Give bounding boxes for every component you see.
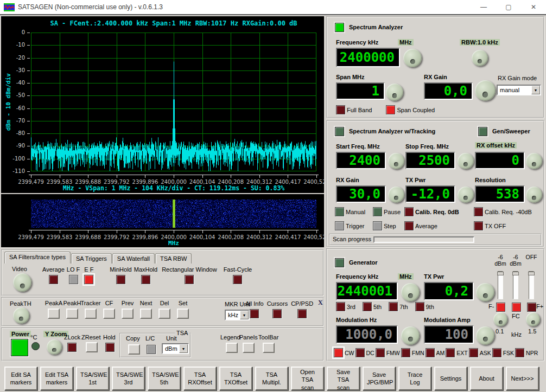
start-freq-display[interactable]: 2400 [336,152,386,169]
peak-threshold-knob[interactable] [13,307,29,324]
rx-offset-knob[interactable] [526,153,542,169]
lo-f-checkbox[interactable] [69,275,78,284]
calib-req-0db-checkbox[interactable] [404,207,414,216]
del-button[interactable] [158,309,170,319]
button-edit-sa-markers[interactable]: Edit SA markers [4,367,37,390]
maxhold-checkbox[interactable] [141,275,150,284]
pause-checkbox[interactable] [373,207,382,216]
tracking-rx-gain-display[interactable]: 30,0 [336,185,386,203]
tx-off-checkbox[interactable] [474,221,483,230]
option-dc[interactable]: DC [355,348,374,357]
option-maxhold[interactable]: MaxHold [134,266,157,284]
zlock-checkbox[interactable] [67,343,77,352]
button-save-tsa-scan[interactable]: Save TSA scan [327,367,360,390]
video-filter-knob[interactable] [13,273,31,292]
option-span-coupled[interactable]: Span Coupled [386,105,435,114]
option-lo-f[interactable]: LO F [67,266,80,284]
button-save-jpg-bmp[interactable]: Save JPG/BMP [363,367,396,390]
option-full-band[interactable]: Full Band [336,105,372,114]
button-tsa-swe-5th[interactable]: TSA/SWE 5th [148,367,181,390]
lc-checkbox[interactable] [147,345,156,354]
minimize-icon[interactable]: — [471,0,496,14]
e-f-checkbox[interactable] [84,275,93,284]
button-next[interactable]: Next>>> [506,367,539,390]
stop-freq-display[interactable]: 2500 [405,152,455,169]
fast-cycle-checkbox[interactable] [233,275,242,284]
tracking-tx-pwr-knob[interactable] [458,187,474,203]
button-tsa-rxoffset[interactable]: TSA RXOffset [183,367,217,390]
option-calib-req-0db[interactable]: Calib. Req. 0dB [404,207,474,216]
option-npr[interactable]: NPR [515,348,538,357]
tab-sa-triggers[interactable]: SA Triggers [71,253,112,264]
set-button[interactable] [177,309,189,319]
copy-button[interactable] [128,344,140,355]
5th-checkbox[interactable] [363,302,372,311]
prev-button[interactable] [122,309,134,319]
modulation-amp-display[interactable]: 100 [424,325,474,344]
tab-sa-waterfall[interactable]: SA Waterfall [112,253,155,264]
gen-sweeper-led[interactable] [478,127,487,136]
step-up-knob[interactable] [526,312,540,326]
zreset-button[interactable] [86,342,98,352]
option-trigger[interactable]: Trigger [335,221,373,230]
option-calib-req-40db[interactable]: Calib. Req. -40dB [474,207,542,216]
chevron-down-icon[interactable]: ▼ [531,86,540,94]
option-all-info[interactable]: All Info [245,300,264,318]
tracker-button[interactable] [85,309,97,319]
toolbar-button[interactable] [263,343,275,353]
gen-tx-pwr-knob[interactable] [476,283,494,301]
am-checkbox[interactable] [426,348,435,357]
f-plus-checkbox[interactable] [527,303,536,312]
option-7th[interactable]: 7th [389,302,408,311]
cf-button[interactable] [103,309,115,319]
gen-tx-pwr-display[interactable]: 0,2 [424,282,474,300]
step-checkbox[interactable] [373,221,382,230]
button-tsa-multipl[interactable]: TSA Multipl. [255,367,288,390]
gen-frequency-unit-button[interactable]: MHz [398,273,414,280]
option-step[interactable]: Step [373,221,404,230]
rx-offset-display[interactable]: 0 [475,152,525,169]
option-cp-psd[interactable]: CP/PSD [291,300,313,318]
button-tsa-swe-1st[interactable]: TSA/SWE 1st [76,367,109,390]
button-edit-tsa-markers[interactable]: Edit TSA markers [40,367,73,390]
panel-close-icon[interactable]: X [318,299,323,307]
legend-button[interactable] [226,343,238,353]
option-3rd[interactable]: 3rd [336,302,355,311]
3rd-checkbox[interactable] [336,302,345,311]
button-about[interactable]: About [470,367,503,390]
option-ext[interactable]: EXT [446,348,467,357]
option-am[interactable]: AM [426,348,445,357]
fmn-checkbox[interactable] [401,348,410,357]
minhold-checkbox[interactable] [116,275,125,284]
rx-gain-mode-select[interactable]: manual ▼ [497,85,541,95]
chevron-down-icon[interactable]: ▼ [179,344,188,353]
dc-checkbox[interactable] [355,348,365,357]
option-average[interactable]: Average [404,221,474,230]
frequency-unit-button[interactable]: MHz [398,39,414,46]
option-fast-cycle[interactable]: Fast-Cycle [224,266,252,284]
average-checkbox[interactable] [49,275,58,284]
option-5th[interactable]: 5th [363,302,382,311]
cp-psd-checkbox[interactable] [297,309,307,318]
peakh-button[interactable] [66,309,78,319]
tab-sa-filters-trace-types[interactable]: SA Filters/trace types [4,252,71,264]
tab-tsa-rbw[interactable]: TSA RBW [155,253,192,264]
ask-checkbox[interactable] [469,348,478,357]
stop-freq-knob[interactable] [458,153,474,169]
button-tsa-swe-3rd[interactable]: TSA/SWE 3rd [112,367,145,390]
option-pause[interactable]: Pause [373,207,404,216]
next-button[interactable] [140,309,152,319]
tracking-led[interactable] [335,127,344,136]
maximize-icon[interactable]: ▢ [496,0,521,14]
option-tx-off[interactable]: TX OFF [474,221,542,230]
start-freq-knob[interactable] [388,153,404,169]
manual-checkbox[interactable] [335,207,344,216]
all-info-checkbox[interactable] [250,309,259,318]
rx-gain-display[interactable]: 0,0 [424,82,473,100]
trigger-checkbox[interactable] [335,221,344,230]
button-trace-log[interactable]: Trace Log [398,367,431,390]
full-band-checkbox[interactable] [336,105,345,114]
option-ask[interactable]: ASK [469,348,491,357]
fsk-checkbox[interactable] [492,348,501,357]
f-minus-checkbox[interactable] [496,303,505,312]
